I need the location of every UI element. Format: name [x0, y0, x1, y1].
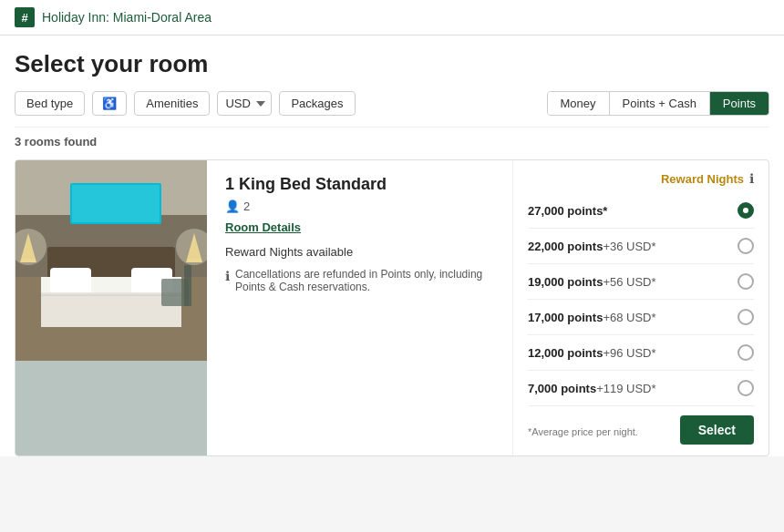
price-text-1: 22,000 points+36 USD* [528, 240, 656, 253]
top-bar: # Holiday Inn: Miami-Doral Area [0, 0, 784, 36]
price-option-2[interactable]: 19,000 points+56 USD* [528, 264, 754, 300]
svg-rect-11 [15, 277, 41, 327]
reward-nights-header: Reward Nights ℹ [528, 171, 754, 186]
reward-nights-available: Reward Nights available [225, 245, 494, 259]
price-text-4: 12,000 points+96 USD* [528, 346, 656, 360]
bottom-row: *Average price per night. Select [528, 412, 754, 445]
price-option-4[interactable]: 12,000 points+96 USD* [528, 335, 754, 371]
svg-rect-4 [72, 185, 160, 222]
filters-left: Bed type ♿ Amenities USD Packages [15, 91, 356, 116]
room-name: 1 King Bed Standard [225, 175, 494, 194]
hotel-name-link[interactable]: Holiday Inn: Miami-Doral Area [42, 10, 211, 25]
price-option-5[interactable]: 7,000 points+119 USD* [528, 371, 754, 406]
accessibility-filter-button[interactable]: ♿ [92, 91, 127, 116]
pricing-column: Reward Nights ℹ 27,000 points* 22,000 po… [513, 160, 769, 455]
room-image [15, 160, 207, 455]
money-pricing-button[interactable]: Money [548, 92, 610, 115]
radio-4[interactable] [738, 344, 754, 361]
radio-2[interactable] [738, 273, 754, 290]
price-text-0: 27,000 points* [528, 204, 607, 218]
page-title: Select your room [15, 50, 769, 78]
price-text-2: 19,000 points+56 USD* [528, 275, 656, 289]
info-icon: ℹ [225, 269, 230, 293]
rooms-found-label: 3 rooms found [15, 127, 769, 159]
reward-nights-header-label: Reward Nights [661, 172, 744, 186]
avg-price-note: *Average price per night. [528, 426, 638, 437]
price-text-5: 7,000 points+119 USD* [528, 382, 656, 395]
svg-rect-20 [184, 265, 191, 306]
hotel-logo-icon: # [15, 7, 35, 27]
price-option-1[interactable]: 22,000 points+36 USD* [528, 229, 754, 264]
room-card: 1 King Bed Standard 👤 2 Room Details Rew… [15, 159, 769, 456]
person-icon: 👤 [225, 200, 240, 213]
radio-0[interactable] [738, 202, 754, 219]
room-details-link[interactable]: Room Details [225, 220, 494, 234]
main-content: Select your room Bed type ♿ Amenities US… [0, 36, 784, 456]
points-pricing-button[interactable]: Points [710, 92, 769, 115]
filters-row: Bed type ♿ Amenities USD Packages Money … [15, 91, 769, 116]
price-option-3[interactable]: 17,000 points+68 USD* [528, 300, 754, 335]
packages-filter-button[interactable]: Packages [279, 91, 355, 116]
svg-rect-7 [50, 268, 91, 293]
room-capacity: 👤 2 [225, 200, 494, 213]
room-details-column: 1 King Bed Standard 👤 2 Room Details Rew… [207, 160, 513, 455]
pricing-toggle: Money Points + Cash Points [547, 91, 769, 116]
price-text-3: 17,000 points+68 USD* [528, 311, 656, 324]
accessibility-icon: ♿ [102, 97, 117, 110]
bed-type-filter-button[interactable]: Bed type [15, 91, 85, 116]
cancellation-text: Cancellations are refunded in Points onl… [235, 268, 494, 293]
reward-nights-info-icon[interactable]: ℹ [749, 171, 754, 186]
radio-3[interactable] [738, 309, 754, 325]
cancellation-notice: ℹ Cancellations are refunded in Points o… [225, 268, 494, 293]
currency-select[interactable]: USD [217, 91, 272, 116]
cancellation-highlight: in Points only, including Points & Cash … [235, 268, 482, 293]
radio-1[interactable] [738, 238, 754, 254]
price-option-0[interactable]: 27,000 points* [528, 193, 754, 229]
select-button[interactable]: Select [680, 415, 754, 445]
radio-5[interactable] [738, 380, 754, 396]
amenities-filter-button[interactable]: Amenities [134, 91, 210, 116]
points-cash-pricing-button[interactable]: Points + Cash [610, 92, 710, 115]
